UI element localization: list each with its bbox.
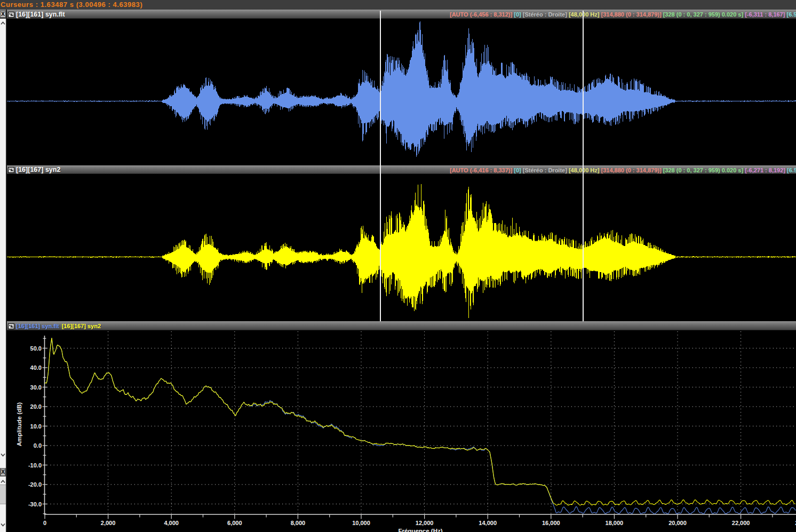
svg-text:6,000: 6,000 xyxy=(227,520,242,526)
svg-text:16,000: 16,000 xyxy=(542,520,560,526)
svg-text:10.0: 10.0 xyxy=(30,423,42,430)
svg-text:8,000: 8,000 xyxy=(291,520,306,526)
svg-text:-30.0: -30.0 xyxy=(28,501,42,507)
svg-text:20.0: 20.0 xyxy=(30,403,42,410)
svg-text:Amplitude (dB): Amplitude (dB) xyxy=(16,402,22,447)
svg-text:50.0: 50.0 xyxy=(30,345,42,352)
svg-text:12,000: 12,000 xyxy=(416,520,434,526)
svg-text:Fréquence (Hz): Fréquence (Hz) xyxy=(398,528,442,532)
svg-text:-10.0: -10.0 xyxy=(28,462,42,469)
svg-text:4,000: 4,000 xyxy=(164,520,179,526)
svg-text:40.0: 40.0 xyxy=(30,364,42,371)
svg-text:0: 0 xyxy=(43,520,46,526)
svg-text:2,000: 2,000 xyxy=(101,520,116,526)
svg-text:18,000: 18,000 xyxy=(606,520,624,526)
svg-text:30.0: 30.0 xyxy=(30,384,42,391)
svg-text:14,000: 14,000 xyxy=(479,520,497,526)
svg-text:-20.0: -20.0 xyxy=(28,481,42,488)
svg-text:0.0: 0.0 xyxy=(34,442,42,449)
svg-text:10,000: 10,000 xyxy=(352,520,370,526)
svg-text:22,000: 22,000 xyxy=(732,520,750,526)
svg-text:20,000: 20,000 xyxy=(668,520,687,526)
